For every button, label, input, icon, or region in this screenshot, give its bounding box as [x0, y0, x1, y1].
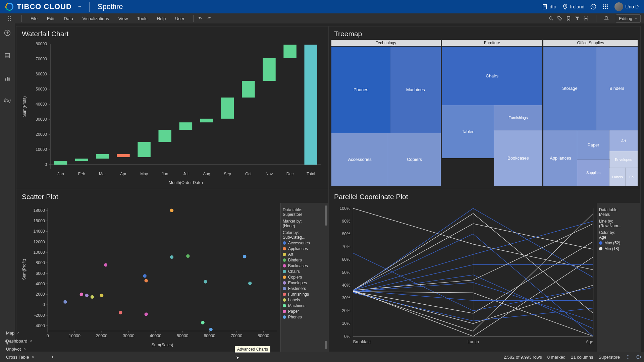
- tab-cross-table[interactable]: Cross Table×: [3, 353, 48, 361]
- tab-map[interactable]: Map×: [3, 329, 48, 337]
- menu-item-file[interactable]: File: [26, 16, 42, 21]
- fx-icon[interactable]: f(x): [4, 98, 11, 103]
- treemap-cell[interactable]: Furnishings: [494, 105, 542, 130]
- status-table[interactable]: Superstore: [598, 355, 620, 360]
- svg-text:Dec: Dec: [286, 172, 294, 176]
- data-panel-icon[interactable]: [4, 52, 11, 59]
- treemap-cell[interactable]: Machines: [390, 47, 441, 133]
- legend-item[interactable]: Accessories: [283, 241, 322, 245]
- svg-point-162: [628, 355, 629, 356]
- svg-text:Lunch: Lunch: [468, 340, 479, 344]
- cursor-icon: [235, 356, 241, 361]
- treemap-cell[interactable]: Paper: [577, 130, 609, 160]
- treemap-cell[interactable]: Labels: [609, 168, 626, 186]
- legend-item[interactable]: Copiers: [283, 275, 322, 280]
- svg-point-139: [145, 312, 148, 316]
- apps-grid-icon[interactable]: [602, 4, 608, 10]
- menu-item-data[interactable]: Data: [59, 16, 77, 21]
- treemap-cell[interactable]: Envelopes: [609, 151, 638, 168]
- legend-item[interactable]: Machines: [283, 303, 322, 308]
- legend-item[interactable]: Max (52): [599, 241, 638, 245]
- treemap-panel[interactable]: Treemap TechnologyPhonesMachinesAccessor…: [328, 26, 641, 189]
- tab-tooltip: Advanced Charts: [235, 346, 270, 353]
- legend-item[interactable]: Chairs: [283, 269, 322, 274]
- location-picker[interactable]: Ireland: [562, 4, 585, 10]
- menu-item-tools[interactable]: Tools: [132, 16, 152, 21]
- svg-text:14000: 14000: [33, 229, 45, 234]
- add-icon[interactable]: [4, 29, 11, 36]
- parallel-panel[interactable]: Parellel Coordinate Plot 0%10%20%30%40%5…: [328, 189, 641, 352]
- legend-item[interactable]: Min (18): [599, 246, 638, 251]
- treemap-cell[interactable]: Fa: [626, 168, 638, 186]
- undo-icon[interactable]: [198, 16, 203, 21]
- treemap-cell[interactable]: Chairs: [442, 47, 542, 105]
- tab-close-icon[interactable]: ×: [32, 355, 34, 359]
- svg-text:Apr: Apr: [120, 172, 126, 176]
- treemap-cell[interactable]: Tables: [442, 105, 494, 158]
- tab-unpivot[interactable]: Unpivot×: [3, 345, 48, 353]
- svg-text:Jun: Jun: [162, 172, 168, 176]
- svg-text:70000: 70000: [36, 57, 47, 61]
- legend-item[interactable]: Phones: [283, 315, 322, 319]
- menu-item-user[interactable]: User: [170, 16, 189, 21]
- legend-item[interactable]: Appliances: [283, 246, 322, 251]
- treemap-cell[interactable]: Binders: [596, 47, 638, 130]
- legend-item[interactable]: Labels: [283, 298, 322, 302]
- tag-icon[interactable]: [557, 16, 562, 21]
- waterfall-chart[interactable]: 0100002000030000400005000060000700008000…: [16, 40, 328, 189]
- treemap-chart[interactable]: TechnologyPhonesMachinesAccessoriesCopie…: [329, 40, 640, 189]
- menu-item-edit[interactable]: Edit: [42, 16, 59, 21]
- legend-item[interactable]: Envelopes: [283, 281, 322, 285]
- filter-icon[interactable]: [575, 16, 580, 21]
- globe-icon[interactable]: [636, 354, 641, 360]
- svg-text:0%: 0%: [344, 334, 350, 339]
- redo-icon[interactable]: [206, 16, 212, 21]
- tabbar: Map×Dashboard×Unpivot×Cross Table×Table×…: [0, 352, 644, 362]
- building-icon: [542, 4, 548, 10]
- legend-scrollbar[interactable]: [324, 203, 328, 352]
- treemap-cell[interactable]: Appliances: [543, 130, 577, 186]
- legend-item[interactable]: Binders: [283, 258, 322, 262]
- gear-icon[interactable]: [583, 16, 589, 21]
- svg-text:4000: 4000: [36, 282, 45, 286]
- svg-text:10000: 10000: [36, 147, 47, 152]
- menu-item-help[interactable]: Help: [152, 16, 170, 21]
- legend-item[interactable]: Furnishings: [283, 292, 322, 297]
- tab-close-icon[interactable]: ×: [30, 339, 33, 343]
- dept-picker[interactable]: dfc: [542, 4, 556, 10]
- tab-dashboard[interactable]: Dashboard×: [3, 337, 48, 345]
- svg-rect-68: [221, 98, 234, 119]
- treemap-cell[interactable]: Phones: [331, 47, 390, 133]
- bell-icon[interactable]: [604, 16, 609, 21]
- tab-add[interactable]: +: [48, 353, 57, 361]
- treemap-cell[interactable]: Supplies: [577, 160, 609, 186]
- legend-item[interactable]: Bookcases: [283, 263, 322, 268]
- chart-panel-icon[interactable]: [4, 75, 11, 82]
- legend-item[interactable]: Fasteners: [283, 286, 322, 291]
- treemap-cell[interactable]: Bookcases: [494, 130, 542, 186]
- scatter-chart[interactable]: -4000-2000020004000600080001000012000140…: [16, 203, 280, 352]
- more-icon[interactable]: [625, 354, 631, 360]
- legend-item[interactable]: Paper: [283, 309, 322, 314]
- tab-close-icon[interactable]: ×: [17, 330, 19, 335]
- tab-close-icon[interactable]: ×: [23, 347, 26, 351]
- treemap-cell[interactable]: Copiers: [388, 133, 440, 186]
- menu-item-visualizations[interactable]: Visualizations: [78, 16, 114, 21]
- bookmark-icon[interactable]: [566, 16, 571, 21]
- parallel-chart[interactable]: 0%10%20%30%40%50%60%70%80%90%100%Breakfa…: [329, 203, 597, 352]
- svg-point-127: [170, 255, 173, 259]
- user-menu[interactable]: Uno D: [614, 2, 639, 11]
- help-icon[interactable]: ?: [590, 4, 596, 10]
- mode-dropdown[interactable]: Editing: [616, 14, 641, 23]
- search-icon[interactable]: [548, 16, 554, 21]
- treemap-cell[interactable]: Storage: [543, 47, 596, 130]
- treemap-cell[interactable]: Art: [609, 130, 638, 151]
- menu-item-view[interactable]: View: [114, 16, 132, 21]
- svg-point-138: [119, 311, 122, 314]
- svg-line-18: [552, 19, 553, 20]
- legend-item[interactable]: Art: [283, 252, 322, 257]
- waterfall-panel[interactable]: Waterfall Chart 010000200003000040000500…: [16, 26, 328, 189]
- grip-icon[interactable]: [8, 16, 13, 21]
- treemap-cell[interactable]: Accessories: [331, 133, 388, 186]
- scatter-panel[interactable]: Scatter Plot -4000-200002000400060008000…: [16, 189, 328, 352]
